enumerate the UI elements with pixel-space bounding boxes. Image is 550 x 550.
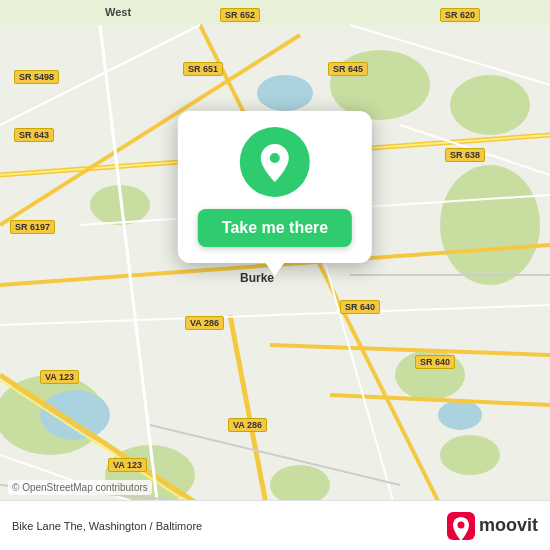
map-container: SR 652 SR 620 SR 5498 SR 651 SR 645 SR 6… (0, 0, 550, 550)
moovit-icon (447, 512, 475, 540)
svg-point-5 (440, 435, 500, 475)
svg-point-34 (270, 153, 280, 163)
take-me-there-button[interactable]: Take me there (198, 209, 352, 247)
pin-circle (240, 127, 310, 197)
location-pin-icon (257, 142, 293, 182)
moovit-logo: moovit (447, 512, 538, 540)
svg-point-11 (257, 75, 313, 111)
popup-pointer (265, 262, 285, 276)
svg-point-8 (270, 465, 330, 505)
osm-credit: © OpenStreetMap contributors (8, 480, 152, 495)
moovit-label: moovit (479, 515, 538, 536)
svg-point-36 (457, 521, 464, 528)
svg-point-2 (450, 75, 530, 135)
footer-title: Bike Lane The, Washington / Baltimore (12, 520, 202, 532)
popup-bubble: Take me there (178, 111, 372, 276)
svg-point-1 (330, 50, 430, 120)
svg-point-10 (40, 390, 110, 440)
svg-point-3 (440, 165, 540, 285)
place-label-west: West (105, 6, 131, 18)
bottom-bar: Bike Lane The, Washington / Baltimore mo… (0, 500, 550, 550)
svg-point-12 (438, 400, 482, 430)
popup-card: Take me there (178, 111, 372, 263)
